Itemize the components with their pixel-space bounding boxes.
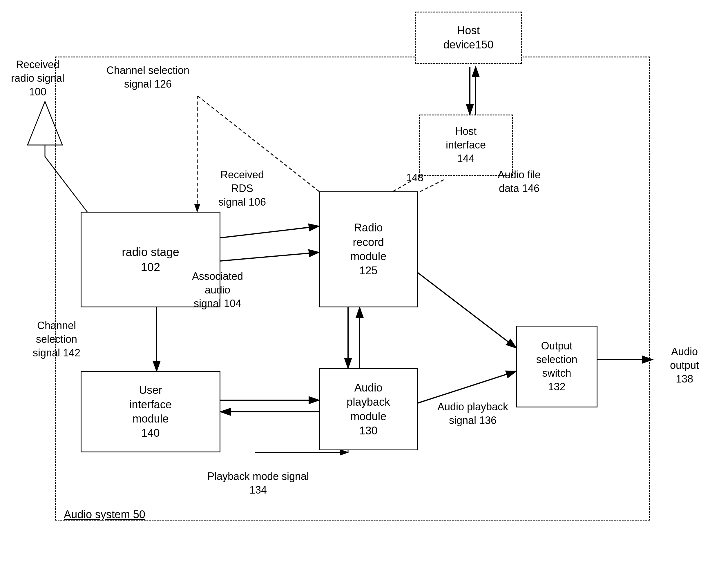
- host-device-box: Host device150: [415, 12, 522, 64]
- user-interface-label: User interface module 140: [129, 383, 172, 440]
- output-switch-box: Output selection switch 132: [516, 326, 597, 407]
- audio-file-data-label: Audio file data 146: [487, 168, 551, 195]
- audio-system-label: Audio system 50: [64, 507, 174, 522]
- radio-stage-label: radio stage 102: [122, 244, 179, 275]
- audio-output-label: Audio output 138: [655, 345, 713, 386]
- audio-playback-signal-label: Audio playback signal 136: [435, 400, 510, 427]
- received-rds-label: Received RDS signal 106: [209, 168, 276, 209]
- label-148: 148: [403, 171, 426, 185]
- channel-sel-126-label: Channel selection signal 126: [102, 64, 194, 91]
- user-interface-box: User interface module 140: [81, 371, 220, 452]
- host-device-label: Host device150: [443, 23, 493, 52]
- output-switch-label: Output selection switch 132: [536, 339, 577, 394]
- radio-record-box: Radio record module 125: [319, 191, 418, 307]
- audio-playback-box: Audio playback module 130: [319, 368, 418, 450]
- associated-audio-label: Associated audio signal 104: [180, 270, 255, 310]
- host-interface-box: Host interface 144: [419, 115, 513, 176]
- diagram-container: Host device150 Host interface 144 radio …: [0, 0, 728, 562]
- radio-record-label: Radio record module 125: [350, 221, 387, 278]
- received-radio-label: Received radio signal 100: [9, 58, 67, 99]
- playback-mode-label: Playback mode signal 134: [203, 470, 313, 497]
- host-interface-label: Host interface 144: [446, 125, 486, 165]
- channel-sel-142-label: Channel selection signal 142: [17, 319, 96, 360]
- audio-playback-label: Audio playback module 130: [347, 381, 390, 438]
